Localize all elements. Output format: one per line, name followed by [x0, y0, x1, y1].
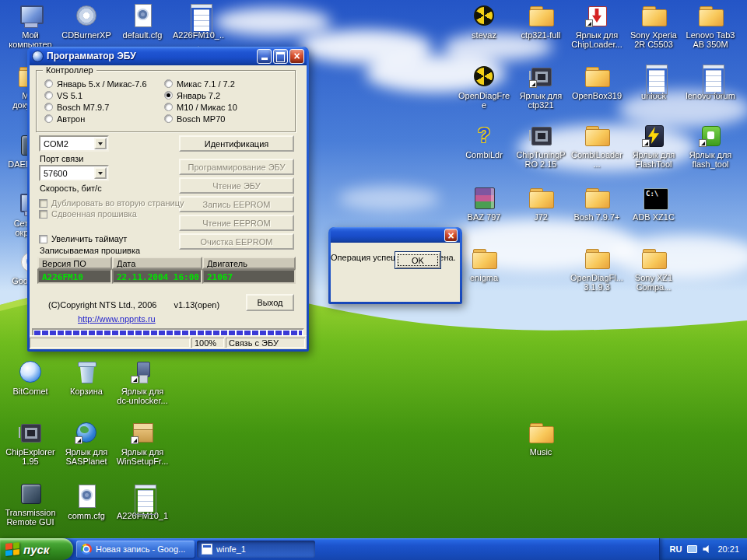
option-checkbox[interactable]: Увеличить таймаут [39, 233, 179, 244]
desktop-icon[interactable]: Мой компьютер [4, 3, 57, 49]
controller-radio-option[interactable]: Bosch MP70 [164, 113, 237, 124]
controller-radio-option[interactable]: Автрон [44, 113, 147, 124]
desktop-icon[interactable]: enigma [458, 246, 510, 282]
exit-button[interactable]: Выход [246, 294, 294, 311]
desktop-icon[interactable]: BitComet [4, 359, 57, 396]
desktop-icon-label: ChipExplorer 1.95 [4, 447, 57, 466]
firmware-label: Записываемая прошивка [40, 246, 140, 255]
desktop-icon[interactable]: Music [514, 420, 567, 457]
desktop-icon[interactable]: ChipExplorer 1.95 [4, 420, 57, 466]
controller-radio-option[interactable]: Январь 5.x / Микас-7.6 [44, 78, 147, 89]
identify-button[interactable]: Идентификация [179, 135, 294, 152]
controller-group-label: Контроллер [43, 65, 96, 75]
desktop-icon[interactable]: Sony Xperia 2R C5503 [627, 3, 680, 49]
read-ecu-button[interactable]: Чтение ЭБУ [179, 177, 294, 194]
value-version: A226FM10 [37, 269, 112, 284]
shortcut-arrow-icon [585, 19, 593, 27]
dialog-close-button[interactable] [444, 229, 458, 242]
desktop-icon[interactable]: lenovo forum [684, 64, 737, 100]
desktop-icon[interactable]: Transmission Remote GUI [4, 481, 57, 527]
program-ecu-button[interactable]: Программирование ЭБУ [179, 159, 294, 175]
desktop-icon-image [130, 359, 155, 384]
language-indicator[interactable]: RU [670, 544, 682, 554]
desktop-icon-label: OpenDiagFl... 3.1.9.3 [570, 273, 623, 292]
close-button[interactable] [289, 49, 304, 64]
desktop-icon-image [641, 246, 666, 271]
dialog-titlebar[interactable] [331, 227, 460, 243]
desktop-icon-label: BitComet [4, 387, 57, 396]
options-checkboxes: Дублировать во вторую страницу Сдвоенная… [39, 198, 179, 244]
desktop-icon-image [698, 123, 723, 148]
minimize-button[interactable] [257, 49, 272, 64]
status-connection: Связь с ЭБУ [226, 338, 305, 348]
volume-icon[interactable] [703, 544, 712, 554]
firmware-table-values: A226FM10 22.11.2004 16:00 21067 [37, 269, 296, 284]
desktop-icon[interactable]: J72 [514, 185, 567, 222]
desktop-icon-label: Transmission Remote GUI [4, 508, 57, 527]
desktop-icon[interactable]: Ярлык для ctp321 [514, 64, 567, 110]
desktop-icon-image [698, 3, 723, 28]
desktop-icon[interactable]: ctp321-full [514, 3, 567, 40]
desktop-icon[interactable]: OpenDiagFree [458, 64, 510, 110]
controller-radio-option[interactable]: M10 / Микас 10 [164, 101, 237, 113]
dropdown-arrow-icon[interactable] [94, 138, 107, 149]
dropdown-arrow-icon[interactable] [94, 167, 107, 179]
desktop-icon-image [698, 64, 723, 89]
network-icon[interactable] [687, 545, 697, 553]
clear-eeprom-button[interactable]: Очистка EEPROM [179, 233, 294, 250]
desktop-icon[interactable]: ChipTuningPRO 2.15 [514, 123, 567, 169]
radio-option-label: VS 5.1 [57, 91, 82, 100]
desktop-icon[interactable]: Корзина [60, 359, 113, 396]
start-button[interactable]: пуск [0, 538, 73, 560]
maximize-button[interactable] [273, 49, 288, 64]
radio-button-icon [44, 91, 53, 100]
website-link[interactable]: http://www.nppnts.ru [78, 314, 156, 324]
desktop-icon[interactable]: Ярлык для FlashTool [627, 123, 680, 169]
task-label: winfe_1 [216, 544, 246, 554]
desktop-icon[interactable]: A226FM10_1 [116, 484, 169, 520]
desktop-icon-image [18, 359, 43, 384]
write-eeprom-button[interactable]: Запись EEPROM [179, 196, 294, 212]
controller-radio-option[interactable]: Bosch M7.9.7 [44, 101, 147, 113]
option-checkbox[interactable]: Сдвоенная прошивка [39, 208, 179, 219]
desktop-icon[interactable]: ADB XZ1C [627, 185, 680, 222]
ok-button[interactable]: OK [395, 252, 440, 268]
taskbar-task-button[interactable]: Новая запись - Goog... [76, 541, 195, 558]
baud-rate-select[interactable]: 57600 [39, 165, 109, 181]
desktop-icon[interactable]: comm.cfg [60, 484, 113, 520]
taskbar-task-button[interactable]: winfe_1 [197, 541, 315, 558]
desktop-icon-image [528, 185, 553, 210]
desktop-icon-image [584, 64, 609, 89]
desktop-icon[interactable]: A226FM10_... [172, 3, 225, 49]
window-titlebar[interactable]: Программатор ЭБУ [30, 47, 307, 65]
controller-radio-option[interactable]: VS 5.1 [44, 89, 147, 101]
taskbar: пуск Новая запись - Goog... winfe_1 RU 2… [0, 538, 747, 560]
desktop-icon[interactable]: Ярлык для SASPlanet [60, 420, 113, 466]
radio-button-icon [164, 91, 173, 100]
desktop-icon[interactable]: Ярлык для WinSetupFr... [116, 420, 169, 466]
desktop-icon[interactable]: CombiLdr [458, 123, 510, 159]
desktop-icon[interactable]: default.cfg [116, 3, 169, 40]
radio-button-icon [164, 103, 173, 111]
desktop-icon[interactable]: stevaz [458, 3, 510, 40]
option-checkbox[interactable]: Дублировать во вторую страницу [39, 198, 179, 208]
desktop-icon[interactable]: Lenovo Tab3 AB 350M [684, 3, 737, 49]
desktop-icon[interactable]: Ярлык для flash_tool [684, 123, 737, 169]
controller-groupbox: Контроллер Январь 5.x / Микас-7.6 VS 5.1 [36, 70, 296, 132]
desktop-icon[interactable]: BAZ 797 [458, 185, 510, 222]
com-port-select[interactable]: COM2 [39, 135, 109, 152]
desktop-icon[interactable]: OpenBox319 [570, 64, 623, 100]
desktop-icon[interactable]: Ярлык для ChipLoader... [570, 3, 623, 49]
desktop-icon[interactable]: unlock [627, 64, 680, 100]
controller-radio-option[interactable]: Январь 7.2 [164, 89, 237, 101]
desktop-icon[interactable]: Bosh 7.9.7+ [570, 185, 623, 222]
desktop-icon[interactable]: CombiLoader... [570, 123, 623, 169]
desktop-icon[interactable]: CDBurnerXP [60, 3, 113, 40]
desktop-icon[interactable]: OpenDiagFl... 3.1.9.3 [570, 246, 623, 292]
controller-radio-option[interactable]: Микас 7.1 / 7.2 [164, 78, 237, 89]
desktop-icon-label: comm.cfg [60, 511, 113, 520]
desktop-icon[interactable]: Ярлык для dc-unlocker... [116, 359, 169, 405]
desktop-icon[interactable]: Sony XZ1 Compa... [627, 246, 680, 292]
read-eeprom-button[interactable]: Чтение EEPROM [179, 215, 294, 231]
radio-option-label: Январь 5.x / Микас-7.6 [57, 79, 147, 89]
